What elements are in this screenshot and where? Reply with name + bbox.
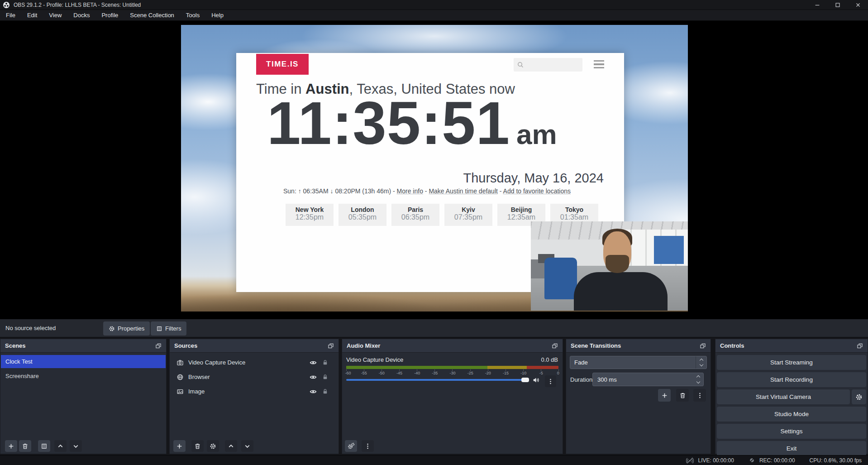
maximize-button[interactable] — [827, 0, 848, 10]
start-virtual-camera-button[interactable]: Start Virtual Camera — [717, 389, 850, 404]
obs-window: OBS 29.1.2 - Profile: LLHLS BETA - Scene… — [0, 0, 868, 465]
scenes-popout-icon[interactable] — [155, 343, 162, 349]
live-clock: 11:35:51 am — [267, 93, 557, 153]
source-row-image[interactable]: Image — [170, 385, 338, 398]
chevron-up-icon — [228, 443, 234, 450]
menubar: File Edit View Docks Profile Scene Colle… — [0, 10, 868, 21]
sources-title: Sources — [174, 342, 197, 349]
statusbar: LIVE: 00:00:00 REC: 00:00:00 CPU: 0.6%, … — [0, 455, 868, 465]
transition-select[interactable]: Fade — [570, 356, 707, 369]
start-recording-button[interactable]: Start Recording — [717, 372, 866, 387]
settings-button[interactable]: Settings — [717, 424, 866, 439]
hamburger-menu-icon — [594, 60, 604, 68]
menu-scene-collection[interactable]: Scene Collection — [124, 10, 180, 21]
city-paris: Paris06:35pm — [391, 204, 439, 226]
lock-icon[interactable] — [322, 374, 329, 380]
remove-transition-button[interactable] — [676, 389, 689, 402]
plus-icon — [661, 392, 668, 399]
webcam-overlay — [531, 221, 688, 311]
double-gear-icon — [348, 442, 355, 450]
chevron-up-icon — [57, 443, 64, 450]
audio-mixer-panel: Audio Mixer Video Capture Device 0.0 dB … — [342, 339, 563, 454]
mixer-db-value: 0.0 dB — [541, 356, 558, 363]
move-scene-down-button[interactable] — [70, 440, 82, 452]
transitions-header: Scene Transitions — [566, 339, 711, 353]
move-scene-up-button[interactable] — [54, 440, 67, 452]
sun-info-line: Sun: ↑ 06:35AM ↓ 08:20PM (13h 46m) - Mor… — [236, 187, 618, 195]
sources-popout-icon[interactable] — [328, 343, 334, 349]
speaker-icon[interactable] — [532, 376, 540, 384]
mixer-popout-icon[interactable] — [552, 343, 558, 349]
source-properties-button[interactable] — [207, 440, 219, 452]
scene-item-screenshare[interactable]: Screenshare — [1, 369, 166, 383]
webcam-blue-partition — [654, 236, 684, 264]
source-row-video-capture[interactable]: Video Capture Device — [170, 356, 338, 369]
lock-icon[interactable] — [322, 359, 329, 366]
menu-view[interactable]: View — [43, 10, 67, 21]
menu-edit[interactable]: Edit — [21, 10, 43, 21]
mixer-header: Audio Mixer — [342, 339, 563, 353]
visibility-eye-icon[interactable] — [310, 388, 317, 395]
duration-spinbox[interactable]: 300 ms — [592, 373, 704, 386]
transitions-title: Scene Transitions — [571, 342, 621, 349]
timeis-logo: TIME.IS — [256, 54, 309, 75]
spinbox-arrows[interactable] — [693, 376, 703, 383]
visibility-eye-icon[interactable] — [310, 359, 317, 366]
volume-slider-handle[interactable] — [521, 378, 529, 382]
source-row-browser[interactable]: Browser — [170, 371, 338, 383]
transition-menu-button[interactable] — [693, 389, 706, 402]
filters-button[interactable]: Filters — [151, 321, 186, 336]
sources-header: Sources — [170, 339, 339, 353]
start-streaming-button[interactable]: Start Streaming — [717, 355, 866, 370]
move-source-down-button[interactable] — [241, 440, 253, 452]
trash-icon — [22, 443, 29, 450]
advanced-audio-button[interactable] — [345, 440, 357, 452]
trash-icon — [679, 392, 686, 399]
controls-popout-icon[interactable] — [857, 343, 863, 349]
lock-icon[interactable] — [322, 388, 329, 395]
combo-arrows[interactable] — [696, 356, 706, 369]
program-preview[interactable]: TIME.IS Time in Austin, Texas, United St… — [181, 25, 688, 312]
meter-scale: -60 -55 -50 -45 -40 -35 -30 -25 -20 -15 … — [346, 371, 559, 376]
minimize-button[interactable] — [807, 0, 827, 10]
menu-profile[interactable]: Profile — [95, 10, 124, 21]
mixer-menu-button[interactable] — [362, 440, 374, 452]
menu-file[interactable]: File — [0, 10, 21, 21]
webcam-person-beard — [606, 255, 629, 273]
transitions-popout-icon[interactable] — [700, 343, 706, 349]
add-transition-button[interactable] — [658, 389, 671, 402]
virtual-camera-config-button[interactable] — [852, 389, 866, 404]
scenes-panel: Scenes Clock Test Screenshare — [0, 339, 167, 454]
timeis-search-input — [514, 58, 582, 72]
properties-button[interactable]: Properties — [103, 321, 150, 336]
record-inactive-icon — [749, 457, 755, 464]
move-source-up-button[interactable] — [225, 440, 237, 452]
scene-filters-button[interactable] — [38, 440, 50, 452]
mixer-channel-menu-button[interactable] — [545, 375, 556, 387]
menu-tools[interactable]: Tools — [180, 10, 205, 21]
menu-help[interactable]: Help — [205, 10, 229, 21]
volume-meter — [346, 366, 558, 369]
scene-item-clock-test[interactable]: Clock Test — [1, 355, 166, 368]
obs-logo-icon — [3, 1, 10, 9]
visibility-eye-icon[interactable] — [310, 374, 317, 381]
remove-scene-button[interactable] — [19, 440, 31, 452]
exit-button[interactable]: Exit — [717, 441, 866, 456]
window-title: OBS 29.1.2 - Profile: LLHLS BETA - Scene… — [14, 2, 141, 8]
menu-docks[interactable]: Docks — [67, 10, 95, 21]
gear-icon — [210, 443, 216, 450]
studio-mode-button[interactable]: Studio Mode — [717, 407, 866, 422]
controls-panel: Controls Start Streaming Start Recording… — [715, 339, 868, 454]
add-source-button[interactable] — [173, 440, 186, 452]
remove-source-button[interactable] — [191, 440, 204, 452]
add-scene-button[interactable] — [5, 440, 17, 452]
filter-icon — [156, 326, 162, 332]
kebab-dots-icon — [364, 443, 371, 450]
close-icon — [855, 2, 861, 8]
preview-canvas[interactable]: TIME.IS Time in Austin, Texas, United St… — [0, 21, 868, 319]
more-info-link: More info — [397, 187, 423, 195]
add-favorite-link: Add to favorite locations — [503, 187, 571, 195]
close-button[interactable] — [848, 0, 868, 10]
volume-slider[interactable] — [346, 379, 529, 381]
webcam-blue-chair — [544, 258, 577, 299]
